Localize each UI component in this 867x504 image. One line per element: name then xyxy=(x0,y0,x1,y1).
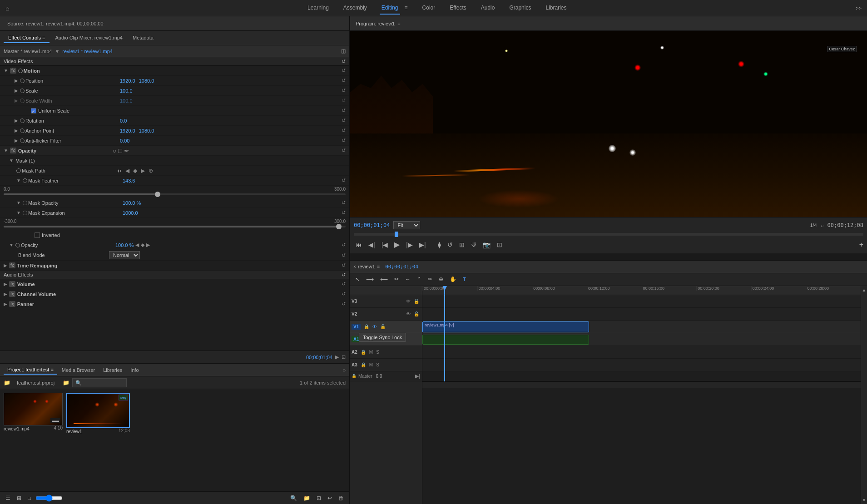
v2-eye-btn[interactable]: 👁 xyxy=(405,311,411,317)
output-btn[interactable]: ⟱ xyxy=(469,240,478,249)
timeline-scrollbar[interactable] xyxy=(422,381,861,388)
new-folder-btn[interactable]: 📁 xyxy=(63,380,69,386)
mask-go-start[interactable]: ⏮ xyxy=(116,168,122,174)
reset-video-effects[interactable]: ↺ xyxy=(342,59,346,64)
motion-reset[interactable]: ↺ xyxy=(342,68,346,74)
mask-feather-reset[interactable]: ↺ xyxy=(342,178,346,183)
freeform-btn[interactable]: □ xyxy=(26,494,33,502)
nav-learning[interactable]: Learning xyxy=(306,2,331,15)
uniform-scale-checkbox[interactable]: ✓ xyxy=(31,108,36,114)
selection-tool[interactable]: ↖ xyxy=(353,275,362,283)
close-panel-icon[interactable]: » xyxy=(343,367,346,373)
more-workspaces-button[interactable]: >> xyxy=(856,5,862,11)
timeline-menu-icon[interactable]: ≡ xyxy=(377,264,380,269)
panner-expand[interactable]: ▶ xyxy=(4,301,7,306)
fit-dropdown[interactable]: Fit 25% 50% 100% xyxy=(393,221,420,229)
clear-btn[interactable]: ↩ xyxy=(326,494,334,502)
add-marker-btn[interactable]: ⧫ xyxy=(436,240,443,249)
a2-mute-btn[interactable]: M xyxy=(368,349,374,355)
thumbnail-review1-seq[interactable]: seq xyxy=(66,393,130,428)
mask-opacity-reset[interactable]: ↺ xyxy=(342,200,346,206)
position-expand[interactable]: ▶ xyxy=(15,78,18,83)
rate-stretch-tool[interactable]: ⌃ xyxy=(415,275,423,283)
reverse-play-btn[interactable]: |◀ xyxy=(380,240,390,249)
volume-reset[interactable]: ↺ xyxy=(342,281,346,287)
track-select-fwd[interactable]: ⟶ xyxy=(364,275,376,283)
rolling-edit-tool[interactable]: ↔ xyxy=(403,275,412,283)
go-to-in-btn[interactable]: ⏮ xyxy=(354,240,364,249)
uniform-scale-reset[interactable]: ↺ xyxy=(342,108,346,114)
mask-feather-expand[interactable]: ▼ xyxy=(16,178,21,183)
delete-btn[interactable]: 🗑 xyxy=(337,494,346,502)
nav-editing[interactable]: Editing xyxy=(380,2,400,15)
nav-editing-menu[interactable]: ≡ xyxy=(403,2,410,15)
razor-tool[interactable]: ✏ xyxy=(426,275,434,283)
v1-sync-lock[interactable]: 🔒 xyxy=(363,324,370,330)
tab-effect-controls[interactable]: Effect Controls ≡ xyxy=(4,33,50,43)
play-btn[interactable]: ▶ xyxy=(392,239,401,250)
tab-info[interactable]: Info xyxy=(127,366,142,374)
nav-audio[interactable]: Audio xyxy=(479,2,497,15)
mask-feather-slider[interactable] xyxy=(4,193,346,195)
v1-clip[interactable]: review1.mp4 [V] xyxy=(422,321,589,332)
list-item[interactable]: ▬▬ review1.mp4 4;10 xyxy=(4,393,63,434)
program-menu-icon[interactable]: ≡ xyxy=(397,21,400,26)
opacity-pct-expand[interactable]: ▼ xyxy=(9,242,14,247)
mask-next-frame[interactable]: ▶ xyxy=(141,168,145,174)
slip-tool[interactable]: ⊕ xyxy=(437,275,445,283)
zoom-slider[interactable] xyxy=(35,494,63,502)
anchor-reset[interactable]: ↺ xyxy=(342,128,346,133)
expansion-slider-thumb[interactable] xyxy=(336,224,342,229)
inverted-checkbox[interactable] xyxy=(35,232,40,238)
program-timecode[interactable]: 00;00;01;04 xyxy=(354,222,390,228)
list-view-btn[interactable]: ☰ xyxy=(4,494,12,502)
tab-metadata[interactable]: Metadata xyxy=(128,33,158,43)
position-x-value[interactable]: 1920.0 xyxy=(120,78,135,84)
tab-audio-clip-mixer[interactable]: Audio Clip Mixer: review1.mp4 xyxy=(50,33,127,43)
loop-btn[interactable]: ↺ xyxy=(446,240,455,249)
tab-project[interactable]: Project: feathertest ≡ xyxy=(4,366,57,375)
nav-assembly[interactable]: Assembly xyxy=(342,2,369,15)
scale-value[interactable]: 100.0 xyxy=(120,88,133,94)
scroll-up-btn[interactable]: ▲ xyxy=(862,286,867,294)
export-frame-btn[interactable]: 📷 xyxy=(481,240,492,249)
timeline-content[interactable]: 00;00;00;00 00;00;04;00 00;00;08;00 00;0… xyxy=(422,286,861,504)
a2-solo-btn[interactable]: S xyxy=(375,349,380,355)
position-y-value[interactable]: 1080.0 xyxy=(139,78,154,84)
opacity-effect-reset[interactable]: ↺ xyxy=(342,148,346,153)
step-fwd-btn[interactable]: |▶ xyxy=(404,240,415,249)
pin-button[interactable]: ◫ xyxy=(341,48,346,54)
v3-lock-btn[interactable]: 🔓 xyxy=(413,298,420,304)
opacity-pct-value[interactable]: 100.0 % xyxy=(115,242,134,248)
ellipse-tool[interactable]: ○ xyxy=(113,147,116,154)
new-item-btn[interactable]: ⊡ xyxy=(315,494,323,502)
blend-mode-reset[interactable]: ↺ xyxy=(342,252,346,258)
v1-target-btn[interactable]: V1 xyxy=(352,324,361,330)
thumbnail-review1-mp4[interactable]: ▬▬ xyxy=(4,393,63,425)
prev-keyframe-btn[interactable]: ◀ xyxy=(135,242,139,248)
new-bin-btn[interactable]: 📁 xyxy=(302,494,312,502)
mask-prev-frame[interactable]: ◀ xyxy=(125,168,129,174)
ripple-edit-tool[interactable]: ✂ xyxy=(392,275,401,283)
mask-add-keyframe[interactable]: ◆ xyxy=(133,168,137,174)
mask-expansion-expand[interactable]: ▼ xyxy=(16,210,21,215)
blend-mode-select[interactable]: Normal Multiply Screen xyxy=(109,251,140,259)
a2-sync-lock[interactable]: 🔒 xyxy=(360,349,367,355)
safe-margins-btn[interactable]: ⊞ xyxy=(457,240,466,249)
v1-eye-btn[interactable]: 👁 xyxy=(372,324,378,330)
mask-opacity-expand[interactable]: ▼ xyxy=(16,200,21,205)
nav-color[interactable]: Color xyxy=(421,2,437,15)
a1-clip[interactable] xyxy=(422,335,589,345)
position-reset[interactable]: ↺ xyxy=(342,78,346,84)
home-icon[interactable]: ⌂ xyxy=(5,5,9,12)
project-search-input[interactable] xyxy=(72,378,127,387)
go-to-out-btn[interactable]: ▶| xyxy=(417,240,428,249)
scale-reset[interactable]: ↺ xyxy=(342,88,346,94)
nav-libraries[interactable]: Libraries xyxy=(544,2,568,15)
slider-thumb[interactable] xyxy=(155,192,160,197)
nav-graphics[interactable]: Graphics xyxy=(507,2,533,15)
antiflicker-value[interactable]: 0.00 xyxy=(120,138,129,143)
add-track-btn[interactable]: + xyxy=(859,241,863,249)
clip-name-label[interactable]: review1 * review1.mp4 xyxy=(62,49,113,54)
step-back-btn[interactable]: ◀| xyxy=(367,240,377,249)
